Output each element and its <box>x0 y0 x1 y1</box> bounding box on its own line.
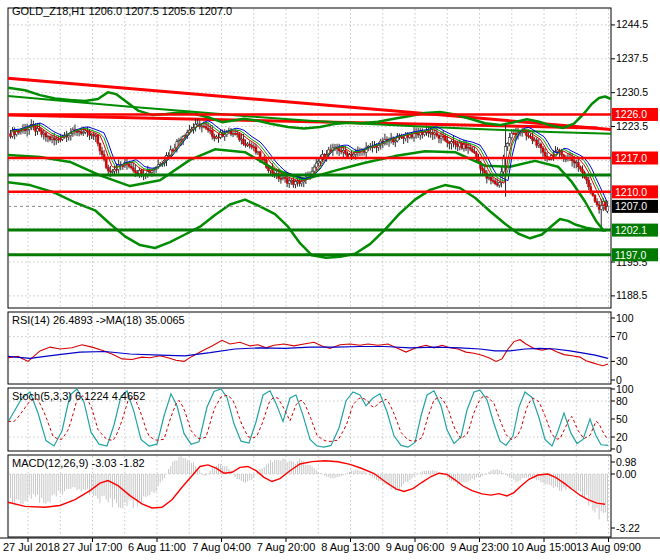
time-axis-label: 8 Aug 13:00 <box>321 541 380 553</box>
bull-candle <box>463 145 465 148</box>
bull-candle <box>394 141 396 142</box>
bear-candle <box>109 171 111 172</box>
trading-terminal-chart-window: { "window": {"width": 660, "height": 560… <box>0 0 660 560</box>
bull-candle <box>301 182 303 184</box>
bear-candle <box>211 131 213 137</box>
price-level-badge: 1226.0 <box>612 108 658 121</box>
bear-candle <box>34 126 36 131</box>
stoch-indicator-label: Stoch(5,3,3) 6.1224 4.4652 <box>12 390 145 402</box>
time-axis-label: 9 Aug 06:00 <box>386 541 445 553</box>
bull-candle <box>434 133 436 134</box>
bear-candle <box>59 139 61 140</box>
current-price-badge-text: 1207.0 <box>615 200 647 212</box>
bear-candle <box>41 131 43 134</box>
bear-candle <box>116 169 118 170</box>
bear-candle <box>573 161 575 163</box>
bull-candle <box>257 152 259 153</box>
bull-candle <box>511 133 513 138</box>
current-price-badge: 1207.0 <box>612 200 658 213</box>
bear-candle <box>513 133 515 134</box>
bear-candle <box>338 149 340 151</box>
bull-candle <box>91 134 93 135</box>
bear-candle <box>496 184 498 185</box>
bear-candle <box>292 180 294 184</box>
bear-candle <box>527 135 529 136</box>
bear-candle <box>134 171 136 173</box>
bull-candle <box>353 154 355 156</box>
price-axis-label: 1237.5 <box>616 52 648 64</box>
bull-candle <box>47 137 49 138</box>
bear-candle <box>536 140 538 145</box>
bull-candle <box>178 141 180 142</box>
bull-candle <box>232 133 234 134</box>
bear-candle <box>10 134 12 137</box>
bear-candle <box>53 138 55 140</box>
bear-candle <box>598 205 600 210</box>
bull-candle <box>502 158 504 172</box>
bear-candle <box>89 132 91 135</box>
bear-candle <box>469 148 471 150</box>
price-level-badge-text: 1202.1 <box>615 224 647 236</box>
rsi-axis-label: 70 <box>616 330 628 342</box>
bull-candle <box>575 163 577 164</box>
bull-candle <box>459 143 461 147</box>
bear-candle <box>552 156 554 157</box>
bear-candle <box>207 128 209 130</box>
bear-candle <box>561 151 563 154</box>
rsi-axis-label: 30 <box>616 355 628 367</box>
bear-candle <box>586 177 588 180</box>
bear-candle <box>99 143 101 150</box>
bear-candle <box>97 135 99 143</box>
bear-candle <box>461 143 463 148</box>
bear-candle <box>251 146 253 147</box>
price-axis-label: 1188.5 <box>616 289 647 301</box>
bear-candle <box>525 132 527 136</box>
time-axis-label: 27 Jul 2018 <box>3 541 60 553</box>
bear-candle <box>577 163 579 167</box>
bear-candle <box>18 131 20 132</box>
bull-candle <box>509 138 511 144</box>
bear-candle <box>446 141 448 143</box>
bear-candle <box>45 133 47 137</box>
bear-candle <box>267 168 269 171</box>
bear-candle <box>346 154 348 158</box>
bull-candle <box>70 133 72 135</box>
bull-candle <box>82 132 84 133</box>
price-level-badge-text: 1217.0 <box>615 152 647 164</box>
bear-candle <box>80 132 82 134</box>
bear-candle <box>403 137 405 138</box>
bear-candle <box>471 149 473 151</box>
chart-canvas[interactable]: 1244.51237.51230.51223.51195.51188.51007… <box>0 0 660 560</box>
bull-candle <box>467 148 469 149</box>
bear-candle <box>594 196 596 202</box>
time-axis-label: 27 Jul 17:00 <box>63 541 123 553</box>
bull-candle <box>240 139 242 140</box>
bear-candle <box>132 168 134 171</box>
stoch-axis-label: 20 <box>616 431 628 443</box>
price-axis: 1244.51237.51230.51223.51195.51188.51007… <box>611 18 648 533</box>
bear-candle <box>465 145 467 148</box>
time-axis-label: 10 Aug 15:00 <box>512 541 577 553</box>
bull-candle <box>342 150 344 152</box>
bull-candle <box>68 135 70 136</box>
bear-candle <box>473 151 475 152</box>
time-axis: 27 Jul 201827 Jul 17:006 Aug 11:007 Aug … <box>3 538 641 553</box>
bull-candle <box>282 177 284 178</box>
bear-candle <box>482 168 484 170</box>
bear-candle <box>453 142 455 143</box>
bull-candle <box>557 150 559 152</box>
symbol-ohlc-label: GOLD_Z18,H1 1206.0 1207.5 1205.6 1207.0 <box>12 5 232 17</box>
bull-candle <box>247 144 249 145</box>
price-level-badge-text: 1226.0 <box>615 108 647 120</box>
bull-candle <box>423 132 425 134</box>
bull-candle <box>317 161 319 163</box>
bear-candle <box>245 144 247 145</box>
bear-candle <box>107 168 109 171</box>
bull-candle <box>114 169 116 171</box>
bear-candle <box>494 181 496 184</box>
bear-candle <box>39 128 41 130</box>
macd-axis-label: -3.22 <box>616 522 640 534</box>
bull-candle <box>488 178 490 179</box>
bear-candle <box>544 152 546 156</box>
price-level-badge: 1210.0 <box>612 185 658 198</box>
